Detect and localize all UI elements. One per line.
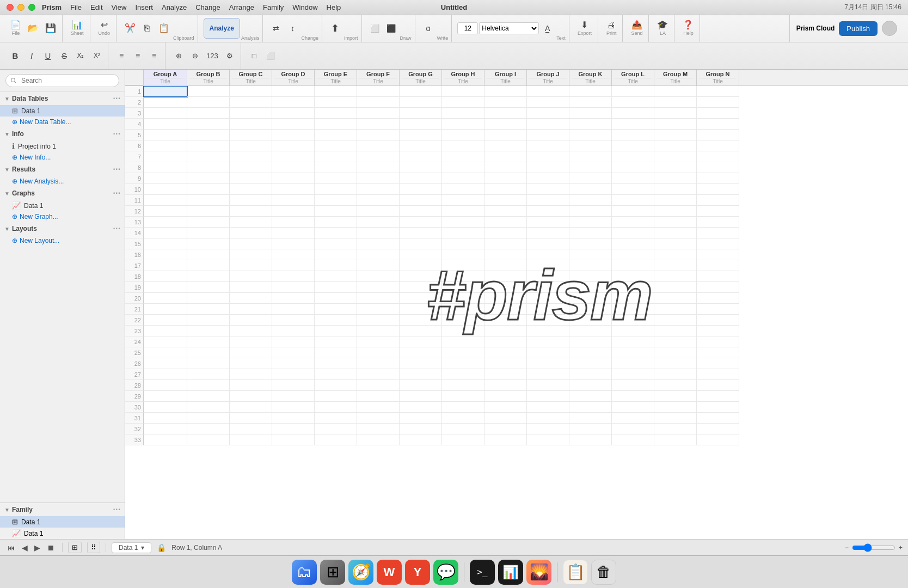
cell-r6-c6[interactable] <box>357 140 400 151</box>
cell-r19-c8[interactable] <box>442 282 484 293</box>
cell-r12-c13[interactable] <box>654 206 697 217</box>
nav-prev-button[interactable]: ◀ <box>20 542 30 553</box>
cell-r4-c14[interactable] <box>697 119 739 130</box>
cell-r2-c5[interactable] <box>315 97 357 108</box>
cell-r30-c8[interactable] <box>442 402 484 413</box>
zoom-in-button[interactable]: + <box>899 544 903 552</box>
cell-r12-c8[interactable] <box>442 206 484 217</box>
cell-r27-c7[interactable] <box>400 369 442 380</box>
superscript-button[interactable]: X² <box>89 45 105 66</box>
cell-r23-c1[interactable] <box>144 326 187 336</box>
cell-r3-c10[interactable] <box>527 108 569 119</box>
cell-r16-c10[interactable] <box>527 249 569 260</box>
menu-analyze[interactable]: Analyze <box>162 3 187 11</box>
cell-r19-c12[interactable] <box>612 282 654 293</box>
cell-r7-c4[interactable] <box>272 151 315 162</box>
new-info-button[interactable]: ⊕ New Info... <box>0 152 125 163</box>
cell-r14-c2[interactable] <box>187 228 230 238</box>
cell-r29-c1[interactable] <box>144 391 187 402</box>
dock-trash[interactable]: 🗑 <box>591 560 616 585</box>
cell-r23-c14[interactable] <box>697 326 739 336</box>
cell-r9-c5[interactable] <box>315 173 357 184</box>
format-btn1[interactable]: 123 <box>204 45 221 66</box>
cell-r26-c14[interactable] <box>697 358 739 369</box>
cell-r26-c8[interactable] <box>442 358 484 369</box>
cell-r18-c8[interactable] <box>442 271 484 282</box>
cell-r7-c12[interactable] <box>612 151 654 162</box>
cell-r9-c11[interactable] <box>569 173 612 184</box>
cell-r29-c14[interactable] <box>697 391 739 402</box>
cell-r5-c5[interactable] <box>315 130 357 140</box>
cell-r18-c3[interactable] <box>230 271 272 282</box>
cell-r16-c2[interactable] <box>187 249 230 260</box>
cell-r25-c11[interactable] <box>569 347 612 358</box>
cell-r25-c14[interactable] <box>697 347 739 358</box>
cell-r10-c3[interactable] <box>230 184 272 195</box>
menu-edit[interactable]: Edit <box>90 3 102 11</box>
cell-r17-c6[interactable] <box>357 260 400 271</box>
graphs-expand[interactable]: ⋯ <box>113 189 120 198</box>
draw-btn1[interactable]: ⬜ <box>367 18 383 39</box>
cell-r30-c6[interactable] <box>357 402 400 413</box>
cell-r16-c14[interactable] <box>697 249 739 260</box>
cell-r13-c12[interactable] <box>612 217 654 228</box>
cell-r5-c1[interactable] <box>144 130 187 140</box>
cell-r31-c6[interactable] <box>357 413 400 424</box>
cell-r32-c7[interactable] <box>400 424 442 434</box>
results-header[interactable]: ▼ Results ⋯ <box>0 163 125 176</box>
cell-r29-c10[interactable] <box>527 391 569 402</box>
cell-r13-c6[interactable] <box>357 217 400 228</box>
cell-r2-c13[interactable] <box>654 97 697 108</box>
help-button[interactable]: ❓Help <box>680 18 696 39</box>
cell-r18-c5[interactable] <box>315 271 357 282</box>
cell-r15-c2[interactable] <box>187 238 230 249</box>
cell-r2-c7[interactable] <box>400 97 442 108</box>
cell-r19-c2[interactable] <box>187 282 230 293</box>
cell-r16-c3[interactable] <box>230 249 272 260</box>
family-item-data1[interactable]: 📈 Data 1 <box>0 528 125 539</box>
cell-r25-c12[interactable] <box>612 347 654 358</box>
cell-r8-c6[interactable] <box>357 162 400 173</box>
cell-r30-c13[interactable] <box>654 402 697 413</box>
la-button[interactable]: 🎓LA <box>654 18 671 39</box>
cell-r29-c2[interactable] <box>187 391 230 402</box>
cell-r14-c11[interactable] <box>569 228 612 238</box>
cell-r3-c11[interactable] <box>569 108 612 119</box>
cell-r18-c9[interactable] <box>484 271 527 282</box>
cell-r6-c7[interactable] <box>400 140 442 151</box>
user-avatar[interactable] <box>882 21 897 36</box>
cell-r24-c13[interactable] <box>654 336 697 347</box>
cell-r32-c3[interactable] <box>230 424 272 434</box>
paste-button[interactable]: 📋 <box>156 18 172 39</box>
cell-r26-c9[interactable] <box>484 358 527 369</box>
cell-r32-c9[interactable] <box>484 424 527 434</box>
cell-r33-c8[interactable] <box>442 434 484 445</box>
cell-r3-c4[interactable] <box>272 108 315 119</box>
cell-r19-c9[interactable] <box>484 282 527 293</box>
cell-r13-c11[interactable] <box>569 217 612 228</box>
cell-r10-c9[interactable] <box>484 184 527 195</box>
cell-r31-c5[interactable] <box>315 413 357 424</box>
cell-r13-c8[interactable] <box>442 217 484 228</box>
cell-r30-c7[interactable] <box>400 402 442 413</box>
cell-r29-c7[interactable] <box>400 391 442 402</box>
cell-r17-c10[interactable] <box>527 260 569 271</box>
cell-r15-c10[interactable] <box>527 238 569 249</box>
search-input[interactable] <box>5 74 119 87</box>
strikethrough-button[interactable]: S <box>57 45 72 66</box>
cell-r22-c6[interactable] <box>357 315 400 326</box>
cell-r12-c9[interactable] <box>484 206 527 217</box>
cell-r12-c12[interactable] <box>612 206 654 217</box>
graphs-header[interactable]: ▼ Graphs ⋯ <box>0 187 125 200</box>
menu-window[interactable]: Window <box>292 3 317 11</box>
cell-r25-c6[interactable] <box>357 347 400 358</box>
copy-button[interactable]: ⎘ <box>139 18 155 39</box>
cell-r24-c4[interactable] <box>272 336 315 347</box>
new-graph-button[interactable]: ⊕ New Graph... <box>0 211 125 222</box>
cell-r9-c1[interactable] <box>144 173 187 184</box>
cell-r33-c13[interactable] <box>654 434 697 445</box>
cell-r23-c4[interactable] <box>272 326 315 336</box>
cell-r17-c13[interactable] <box>654 260 697 271</box>
cell-r17-c11[interactable] <box>569 260 612 271</box>
cell-r8-c2[interactable] <box>187 162 230 173</box>
